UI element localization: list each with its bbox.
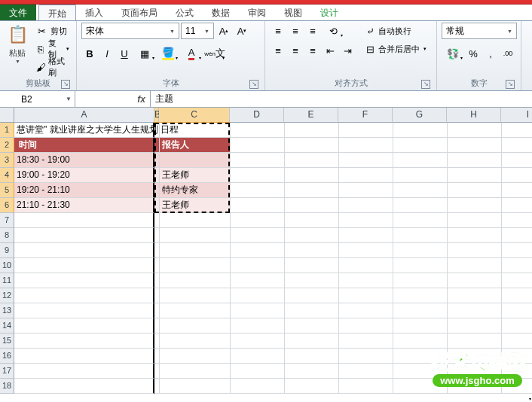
row-header[interactable]: 13 xyxy=(0,303,14,318)
cell[interactable] xyxy=(502,273,532,288)
cell[interactable] xyxy=(339,123,393,138)
font-name-combo[interactable]: 宋体▼ xyxy=(81,23,179,39)
cell[interactable] xyxy=(160,213,231,228)
align-center-button[interactable]: ≡ xyxy=(287,42,304,59)
cell[interactable] xyxy=(448,318,502,333)
cell[interactable]: 时间 xyxy=(14,138,154,153)
cell[interactable] xyxy=(339,318,393,333)
cell[interactable] xyxy=(502,333,532,349)
row-header[interactable]: 9 xyxy=(0,243,14,258)
row-header[interactable]: 16 xyxy=(0,349,14,364)
cell[interactable] xyxy=(339,258,393,273)
cell[interactable] xyxy=(393,273,448,288)
dialog-launcher-icon[interactable]: ↘ xyxy=(506,80,515,89)
cell[interactable] xyxy=(231,349,285,364)
cell[interactable] xyxy=(154,364,160,379)
orientation-button[interactable]: ⟲▾ xyxy=(322,23,344,39)
cell[interactable] xyxy=(14,288,154,303)
cell[interactable] xyxy=(154,303,160,318)
row-header[interactable]: 14 xyxy=(0,318,14,333)
column-header[interactable]: H xyxy=(447,108,501,123)
cell[interactable] xyxy=(285,123,339,138)
cell[interactable] xyxy=(448,258,502,273)
cell[interactable] xyxy=(160,123,231,138)
cell[interactable] xyxy=(160,349,231,364)
cell[interactable]: 王老师 xyxy=(160,198,231,213)
increase-font-button[interactable]: A▴ xyxy=(216,23,232,39)
cell[interactable] xyxy=(339,333,393,349)
cell[interactable] xyxy=(231,168,285,183)
cell[interactable] xyxy=(502,138,532,153)
cell[interactable]: 18:30 - 19:00 xyxy=(14,153,154,168)
cell[interactable] xyxy=(231,183,285,198)
cell[interactable] xyxy=(231,153,285,168)
cell[interactable] xyxy=(14,258,154,273)
cell[interactable] xyxy=(339,153,393,168)
cell[interactable] xyxy=(393,138,448,153)
cell[interactable] xyxy=(160,318,231,333)
cell[interactable] xyxy=(285,183,339,198)
dialog-launcher-icon[interactable]: ↘ xyxy=(421,80,430,89)
increase-indent-button[interactable]: ⇥ xyxy=(339,42,356,59)
number-format-combo[interactable]: 常规▼ xyxy=(442,23,517,39)
cell[interactable] xyxy=(502,303,532,318)
paste-button[interactable]: 📋 粘贴 ▼ xyxy=(5,23,31,64)
row-header[interactable]: 6 xyxy=(0,198,14,213)
cell[interactable] xyxy=(448,198,502,213)
comma-button[interactable]: , xyxy=(482,45,499,62)
cell[interactable] xyxy=(160,288,231,303)
underline-button[interactable]: U▾ xyxy=(116,45,133,62)
cell[interactable] xyxy=(14,243,154,258)
cell[interactable] xyxy=(448,153,502,168)
column-header[interactable]: E xyxy=(284,108,338,123)
cell[interactable] xyxy=(154,213,160,228)
cell[interactable] xyxy=(285,243,339,258)
row-header[interactable]: 11 xyxy=(0,273,14,288)
cell[interactable] xyxy=(285,288,339,303)
cell[interactable] xyxy=(231,213,285,228)
cut-button[interactable]: ✂剪切 xyxy=(34,23,72,39)
cell[interactable] xyxy=(231,318,285,333)
cell[interactable] xyxy=(339,168,393,183)
phonetic-button[interactable]: wén文▾ xyxy=(203,45,226,62)
cell[interactable]: 慧讲堂" 就业讲座之大学生人生规划 日程 xyxy=(14,123,154,138)
cell[interactable] xyxy=(231,379,285,394)
cell[interactable] xyxy=(231,123,285,138)
cell[interactable] xyxy=(231,364,285,379)
increase-decimal-button[interactable]: .00 xyxy=(500,45,516,62)
tab-file[interactable]: 文件 xyxy=(0,5,36,20)
cell[interactable] xyxy=(448,243,502,258)
cell[interactable] xyxy=(448,288,502,303)
cell[interactable] xyxy=(285,364,339,379)
cell[interactable] xyxy=(285,318,339,333)
cell[interactable] xyxy=(502,243,532,258)
cell[interactable] xyxy=(393,333,448,349)
cell[interactable] xyxy=(154,153,160,168)
cell[interactable] xyxy=(285,168,339,183)
cell[interactable] xyxy=(14,303,154,318)
row-header[interactable]: 1 xyxy=(0,123,14,138)
font-color-button[interactable]: A▾ xyxy=(180,45,203,62)
tab-page-layout[interactable]: 页面布局 xyxy=(112,5,167,20)
tab-formulas[interactable]: 公式 xyxy=(167,5,203,20)
cell[interactable] xyxy=(339,349,393,364)
cell[interactable] xyxy=(285,333,339,349)
cell[interactable] xyxy=(339,379,393,394)
row-header[interactable]: 4 xyxy=(0,168,14,183)
cell[interactable] xyxy=(14,228,154,243)
font-size-combo[interactable]: 11▼ xyxy=(181,23,214,39)
dialog-launcher-icon[interactable]: ↘ xyxy=(61,80,70,89)
cell[interactable] xyxy=(285,138,339,153)
column-header[interactable]: C xyxy=(159,108,230,123)
cell[interactable] xyxy=(393,123,448,138)
cell[interactable] xyxy=(154,138,160,153)
cell[interactable] xyxy=(14,318,154,333)
name-box[interactable]: B2▼ xyxy=(0,91,75,107)
cell[interactable] xyxy=(231,138,285,153)
cell[interactable] xyxy=(339,288,393,303)
align-right-button[interactable]: ≡ xyxy=(304,42,321,59)
row-header[interactable]: 12 xyxy=(0,288,14,303)
cell[interactable] xyxy=(393,303,448,318)
row-header[interactable]: 5 xyxy=(0,183,14,198)
cell[interactable] xyxy=(14,379,154,394)
